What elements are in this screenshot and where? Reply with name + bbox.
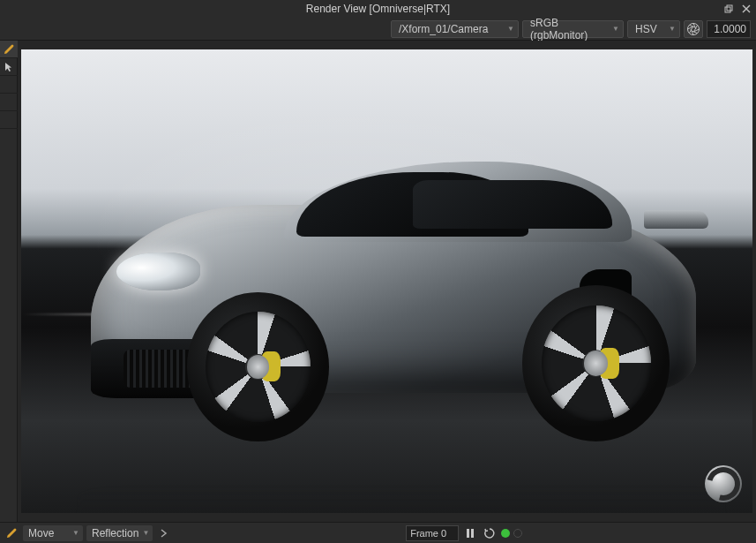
pause-button[interactable] [462, 525, 478, 541]
brush-mode-icon[interactable] [4, 525, 19, 541]
chevron-down-icon: ▼ [142, 529, 149, 537]
colorspace-dropdown[interactable]: sRGB (rgbMonitor) ▼ [522, 20, 624, 38]
colormode-value: HSV [635, 23, 665, 35]
svg-rect-6 [471, 529, 474, 538]
window-title: Render View [Omniverse|RTX] [306, 3, 450, 15]
tool-slot-4[interactable] [0, 94, 18, 111]
chevron-down-icon: ▼ [669, 25, 676, 33]
chevron-down-icon: ▼ [72, 529, 79, 537]
chevron-right-icon [159, 528, 169, 539]
aov-dropdown[interactable]: Reflection ▼ [86, 525, 153, 541]
detach-icon[interactable] [722, 3, 735, 15]
top-toolbar: /Xform_01/Camera ▼ sRGB (rgbMonitor) ▼ H… [0, 18, 756, 41]
pointer-icon [3, 61, 15, 73]
svg-point-4 [688, 23, 700, 34]
svg-rect-0 [725, 7, 730, 12]
svg-rect-1 [727, 5, 732, 11]
svg-rect-5 [467, 529, 469, 538]
chevron-down-icon: ▼ [612, 25, 619, 33]
chevron-down-icon: ▼ [507, 25, 514, 33]
aperture-button[interactable] [684, 20, 703, 38]
pointer-tool[interactable] [0, 58, 18, 76]
renderer-logo [705, 465, 742, 502]
refresh-button[interactable] [482, 525, 498, 541]
manipulator-value: Move [28, 527, 69, 539]
colorspace-value: sRGB (rgbMonitor) [530, 17, 609, 41]
statusbar: Move ▼ Reflection ▼ [0, 522, 756, 543]
pause-icon [465, 528, 475, 539]
render-viewport[interactable] [18, 41, 756, 522]
status-indicator-idle [513, 529, 522, 538]
brush-icon [3, 43, 15, 56]
camera-dropdown[interactable]: /Xform_01/Camera ▼ [391, 20, 519, 38]
frame-input[interactable] [406, 525, 459, 541]
options-button[interactable] [156, 525, 172, 541]
brush-tool[interactable] [0, 41, 18, 58]
close-icon[interactable] [740, 3, 752, 15]
refresh-icon [483, 527, 496, 539]
tool-slot-5[interactable] [0, 111, 18, 129]
manipulator-dropdown[interactable]: Move ▼ [23, 525, 83, 541]
tool-slot-3[interactable] [0, 76, 18, 94]
aperture-icon [686, 22, 700, 36]
left-toolbar [0, 41, 18, 522]
colormode-dropdown[interactable]: HSV ▼ [627, 20, 680, 38]
camera-value: /Xform_01/Camera [399, 23, 504, 35]
titlebar: Render View [Omniverse|RTX] [0, 0, 756, 18]
exposure-input[interactable] [707, 20, 751, 38]
render-output [21, 49, 752, 513]
status-indicator-active [501, 529, 510, 538]
aov-value: Reflection [92, 527, 138, 539]
